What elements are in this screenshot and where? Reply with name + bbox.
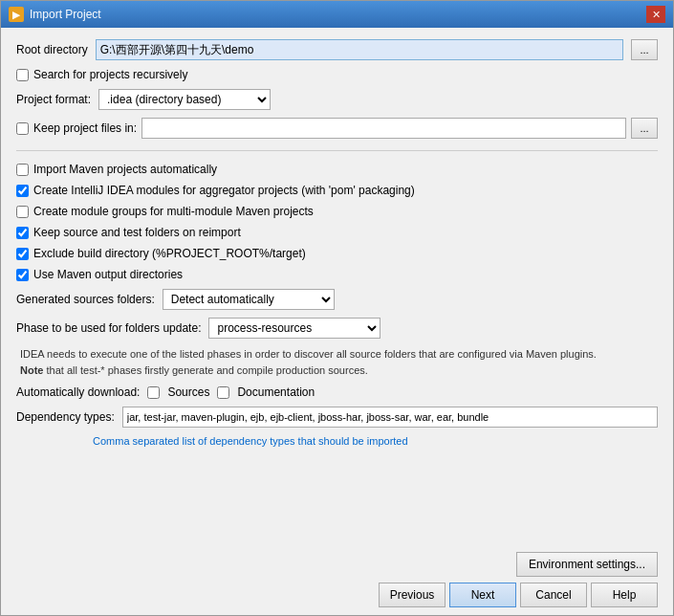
sources-checkbox[interactable] bbox=[147, 386, 160, 399]
dialog-title: Import Project bbox=[30, 8, 101, 21]
use-maven-output-label: Use Maven output directories bbox=[33, 268, 183, 281]
keep-project-files-label: Keep project files in: bbox=[33, 121, 137, 135]
dialog-icon: ▶ bbox=[9, 7, 24, 22]
search-recursively-checkbox[interactable] bbox=[16, 69, 29, 81]
create-module-groups-row: Create module groups for multi-module Ma… bbox=[16, 205, 658, 218]
cancel-button[interactable]: Cancel bbox=[520, 583, 587, 607]
info-line1: IDEA needs to execute one of the listed … bbox=[20, 348, 597, 360]
auto-download-row: Automatically download: Sources Document… bbox=[16, 385, 658, 399]
env-settings-row: Environment settings... bbox=[16, 552, 658, 577]
generated-sources-label: Generated sources folders: bbox=[16, 293, 155, 306]
browse-button[interactable]: ... bbox=[631, 39, 658, 60]
documentation-label: Documentation bbox=[237, 385, 315, 399]
keep-project-files-browse[interactable]: ... bbox=[631, 118, 658, 139]
phase-select[interactable]: process-resources compile test-compile bbox=[208, 318, 380, 339]
info-note-bold: Note bbox=[20, 364, 43, 376]
keep-project-files-input[interactable] bbox=[141, 118, 626, 139]
exclude-build-label: Exclude build directory (%PROJECT_ROOT%/… bbox=[33, 247, 306, 260]
create-intellij-row: Create IntelliJ IDEA modules for aggrega… bbox=[16, 184, 658, 197]
dependency-types-label: Dependency types: bbox=[16, 410, 115, 424]
use-maven-output-checkbox[interactable] bbox=[16, 269, 29, 281]
phase-row: Phase to be used for folders update: pro… bbox=[16, 318, 658, 339]
project-format-label: Project format: bbox=[16, 93, 91, 106]
import-project-dialog: ▶ Import Project ✕ Root directory ... Se… bbox=[0, 0, 674, 616]
keep-source-checkbox[interactable] bbox=[16, 227, 29, 239]
keep-source-row: Keep source and test folders on reimport bbox=[16, 226, 658, 239]
search-recursively-label: Search for projects recursively bbox=[33, 68, 187, 81]
search-recursively-row: Search for projects recursively bbox=[16, 68, 658, 81]
divider-1 bbox=[16, 150, 658, 151]
documentation-checkbox[interactable] bbox=[217, 386, 229, 399]
bottom-bar: Environment settings... Previous Next Ca… bbox=[1, 544, 673, 615]
import-maven-label: Import Maven projects automatically bbox=[33, 163, 217, 176]
dependency-hint: Comma separated list of dependency types… bbox=[93, 435, 658, 447]
generated-sources-row: Generated sources folders: Detect automa… bbox=[16, 289, 658, 310]
dependency-types-row: Dependency types: bbox=[16, 407, 658, 428]
phase-label: Phase to be used for folders update: bbox=[16, 321, 201, 335]
exclude-build-checkbox[interactable] bbox=[16, 248, 29, 260]
create-intellij-checkbox[interactable] bbox=[16, 185, 29, 197]
dialog-content: Root directory ... Search for projects r… bbox=[1, 28, 673, 544]
project-format-row: Project format: .idea (directory based) … bbox=[16, 89, 658, 110]
generated-sources-select[interactable]: Detect automatically Generate source roo… bbox=[163, 289, 335, 310]
auto-download-label: Automatically download: bbox=[16, 385, 140, 399]
root-directory-row: Root directory ... bbox=[16, 39, 658, 60]
previous-button[interactable]: Previous bbox=[379, 583, 446, 607]
dependency-types-input[interactable] bbox=[122, 407, 658, 428]
sources-label: Sources bbox=[167, 385, 209, 399]
create-module-groups-checkbox[interactable] bbox=[16, 206, 29, 218]
info-block: IDEA needs to execute one of the listed … bbox=[20, 346, 658, 378]
import-maven-checkbox[interactable] bbox=[16, 164, 29, 176]
keep-source-label: Keep source and test folders on reimport bbox=[33, 226, 241, 239]
next-button[interactable]: Next bbox=[449, 583, 516, 607]
keep-project-files-checkbox[interactable] bbox=[16, 122, 29, 135]
create-intellij-label: Create IntelliJ IDEA modules for aggrega… bbox=[33, 184, 415, 197]
close-button[interactable]: ✕ bbox=[646, 6, 665, 23]
info-note-rest: that all test-* phases firstly generate … bbox=[43, 364, 367, 376]
project-format-select[interactable]: .idea (directory based) Eclipse Maven bbox=[98, 89, 271, 110]
help-button[interactable]: Help bbox=[591, 583, 658, 607]
keep-project-files-row: Keep project files in: ... bbox=[16, 118, 658, 139]
env-settings-button[interactable]: Environment settings... bbox=[516, 552, 658, 577]
import-maven-row: Import Maven projects automatically bbox=[16, 163, 658, 176]
title-bar: ▶ Import Project ✕ bbox=[1, 1, 673, 28]
root-directory-label: Root directory bbox=[16, 43, 88, 56]
nav-buttons-row: Previous Next Cancel Help bbox=[16, 583, 658, 607]
root-directory-input[interactable] bbox=[96, 39, 623, 60]
create-module-groups-label: Create module groups for multi-module Ma… bbox=[33, 205, 314, 218]
exclude-build-row: Exclude build directory (%PROJECT_ROOT%/… bbox=[16, 247, 658, 260]
info-line2: Note that all test-* phases firstly gene… bbox=[20, 364, 368, 376]
use-maven-output-row: Use Maven output directories bbox=[16, 268, 658, 281]
title-bar-left: ▶ Import Project bbox=[9, 7, 101, 22]
